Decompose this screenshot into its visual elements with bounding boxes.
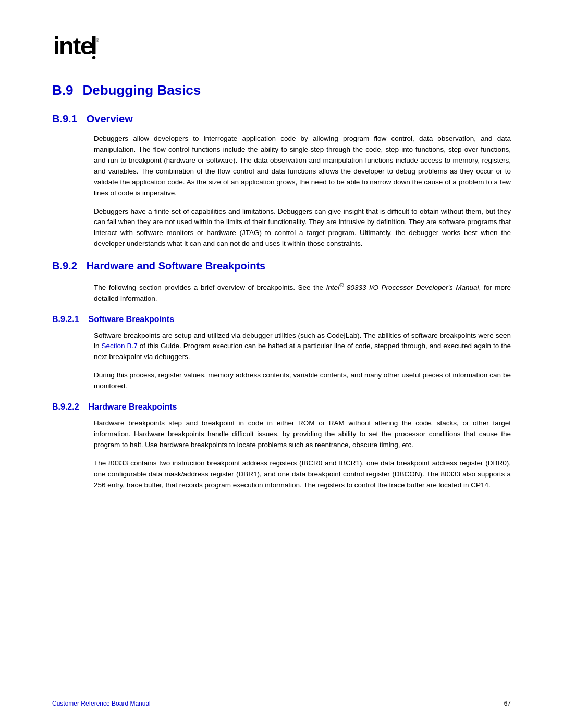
subsection-b9-2-2-title: B.9.2.2Hardware Breakpoints xyxy=(52,402,511,412)
subsection-b9-2-2-content: Hardware breakpoints step and breakpoint… xyxy=(94,418,511,491)
page: int e l ® B.9Debugging Basics B.9.1Overv… xyxy=(0,0,563,728)
subsection-b9-2-1-para2: During this process, register values, me… xyxy=(94,370,511,392)
section-b9-1-title: B.9.1Overview xyxy=(52,113,511,125)
subsection-b9-2-1: B.9.2.1Software Breakpoints Software bre… xyxy=(52,315,511,392)
section-b9-1-content: Debuggers allow developers to interrogat… xyxy=(94,133,511,250)
svg-text:int: int xyxy=(53,32,81,59)
section-b9-2-title: B.9.2Hardware and Software Breakpoints xyxy=(52,260,511,272)
chapter-b9: B.9Debugging Basics xyxy=(52,82,511,98)
section-b9-1-para1: Debuggers allow developers to interrogat… xyxy=(94,133,511,199)
subsection-b9-2-1-title: B.9.2.1Software Breakpoints xyxy=(52,315,511,324)
svg-point-3 xyxy=(92,56,95,59)
footer-document-title: Customer Reference Board Manual xyxy=(52,700,151,707)
section-b9-2-number: B.9.2 xyxy=(52,260,77,272)
chapter-title: B.9Debugging Basics xyxy=(52,82,511,98)
section-b9-2-intro-para: The following section provides a brief o… xyxy=(94,280,511,304)
svg-text:l: l xyxy=(91,32,97,59)
subsection-b9-2-1-content: Software breakpoints are setup and utili… xyxy=(94,330,511,392)
intel-logo: int e l ® xyxy=(52,31,511,61)
subsection-b9-2-2-para2: The 80333 contains two instruction break… xyxy=(94,458,511,491)
subsection-b9-2-1-para1: Software breakpoints are setup and utili… xyxy=(94,330,511,363)
section-b9-1: B.9.1Overview Debuggers allow developers… xyxy=(52,113,511,250)
chapter-title-text: Debugging Basics xyxy=(82,82,201,98)
subsection-b9-2-2-para1: Hardware breakpoints step and breakpoint… xyxy=(94,418,511,451)
footer-page-number: 67 xyxy=(504,700,511,707)
intel-logo-svg: int e l ® xyxy=(52,31,99,60)
section-b9-1-number: B.9.1 xyxy=(52,113,77,125)
section-b9-2: B.9.2Hardware and Software Breakpoints T… xyxy=(52,260,511,490)
chapter-number: B.9 xyxy=(52,82,73,98)
section-b7-link[interactable]: Section B.7 xyxy=(102,342,138,350)
svg-text:®: ® xyxy=(96,38,99,43)
section-b9-2-intro: The following section provides a brief o… xyxy=(94,280,511,304)
intel-italic: Intel® 80333 I/O Processor Developer's M… xyxy=(326,283,479,291)
subsection-b9-2-2-number: B.9.2.2 xyxy=(52,402,79,411)
page-footer: Customer Reference Board Manual 67 xyxy=(52,700,511,707)
reg-mark: ® xyxy=(339,281,344,288)
subsection-b9-2-1-number: B.9.2.1 xyxy=(52,315,79,324)
subsection-b9-2-2: B.9.2.2Hardware Breakpoints Hardware bre… xyxy=(52,402,511,491)
section-b9-1-para2: Debuggers have a finite set of capabilit… xyxy=(94,206,511,250)
